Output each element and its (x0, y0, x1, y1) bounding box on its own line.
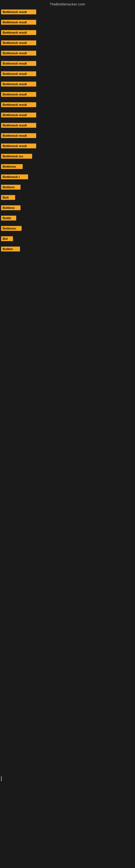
list-item[interactable]: Bottleneck result (0, 38, 135, 49)
bottleneck-badge: Bottleneck result (1, 92, 36, 97)
bottleneck-badge: Bottlenec (1, 226, 21, 231)
list-item[interactable]: Bottleneck result (0, 111, 135, 121)
list-item[interactable]: Bottlenec (0, 162, 135, 172)
bottleneck-list: Bottleneck resultBottleneck resultBottle… (0, 7, 135, 255)
bottleneck-badge: Bott (1, 195, 15, 200)
list-item[interactable]: Bottleneck result (0, 141, 135, 152)
list-item[interactable]: Bottleneck result (0, 18, 135, 28)
bottleneck-badge: Bottle (1, 216, 16, 220)
list-item[interactable]: Bottleneck result (0, 69, 135, 80)
bottleneck-badge: Bottleneck result (1, 9, 36, 14)
list-item[interactable]: Bottle (0, 214, 135, 224)
list-item[interactable]: Bottlenec (0, 224, 135, 234)
list-item[interactable]: Bott (0, 193, 135, 203)
bottleneck-badge: Bottleneck result (1, 40, 36, 45)
site-title: TheBottlenecker.com (50, 2, 85, 6)
list-item[interactable]: Bot (0, 234, 135, 244)
bottleneck-badge: Bottleneck result (1, 61, 36, 66)
list-item[interactable]: Bottleneck result (0, 80, 135, 90)
bottleneck-badge: Bottleneck result (1, 102, 36, 107)
list-item[interactable]: Bottleneck result (0, 100, 135, 111)
bottleneck-badge: Bot (1, 236, 13, 241)
list-item[interactable]: Bottleneck result (0, 7, 135, 18)
bottleneck-badge: Bottleneck res (1, 154, 32, 159)
bottleneck-badge: Bottlene (1, 185, 20, 190)
list-item[interactable]: Bottleneck result (0, 49, 135, 59)
bottleneck-badge: Bottleneck result (1, 113, 36, 118)
bottleneck-badge: Bottleneck result (1, 20, 36, 25)
list-item[interactable]: Bottleneck result (0, 28, 135, 38)
bottleneck-badge: Bottlene (1, 205, 20, 210)
list-item[interactable]: Bottleneck result (0, 121, 135, 131)
list-item[interactable]: Bottlene (0, 203, 135, 214)
list-item[interactable]: Bottleneck result (0, 131, 135, 141)
bottleneck-badge: Bottleneck result (1, 144, 36, 148)
list-item[interactable]: Bottleneck result (0, 90, 135, 100)
bottleneck-badge: Bottleneck result (1, 51, 36, 56)
list-item[interactable]: Bottleneck result (0, 59, 135, 69)
bottleneck-badge: Bottleneck result (1, 82, 36, 87)
bottleneck-badge: Bottleneck result (1, 30, 36, 35)
list-item[interactable]: Bottlene (0, 183, 135, 193)
bottleneck-badge: Bottleneck result (1, 123, 36, 128)
list-item[interactable]: Bottlen (0, 244, 135, 255)
list-item[interactable]: Bottleneck res (0, 152, 135, 162)
bottleneck-badge: Bottlenec (1, 164, 23, 169)
list-item[interactable]: Bottleneck r (0, 172, 135, 183)
cursor-indicator (1, 776, 2, 781)
bottleneck-badge: Bottleneck result (1, 71, 36, 76)
bottleneck-badge: Bottleneck r (1, 175, 28, 179)
bottleneck-badge: Bottleneck result (1, 133, 36, 138)
bottleneck-badge: Bottlen (1, 247, 20, 251)
site-header: TheBottlenecker.com (0, 0, 135, 7)
